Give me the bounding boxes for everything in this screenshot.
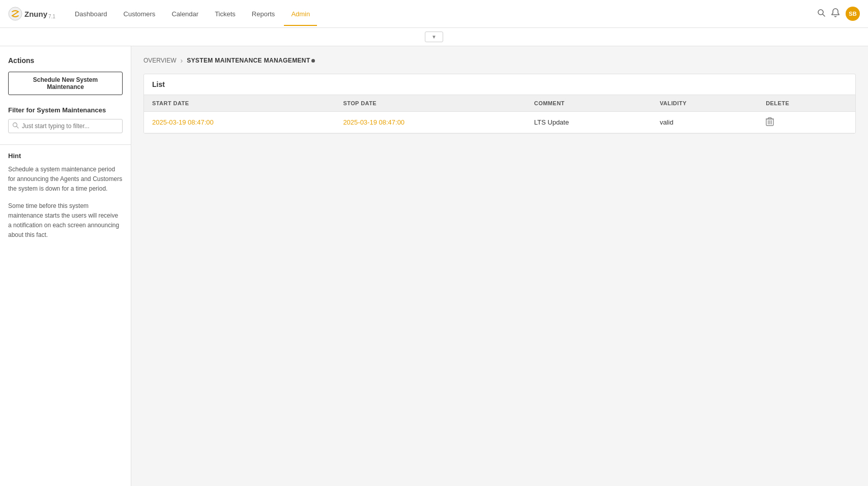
cell-delete <box>758 112 855 133</box>
breadcrumb-current: SYSTEM MAINTENANCE MANAGEMENT <box>187 57 314 64</box>
app-name: Znuny <box>24 10 47 18</box>
cell-start-date: 2025-03-19 08:47:00 <box>144 112 335 133</box>
stop-date-link[interactable]: 2025-03-19 08:47:00 <box>343 118 404 126</box>
list-card: List START DATE STOP DATE COMMENT VALIDI… <box>143 74 856 134</box>
actions-title: Actions <box>8 56 123 65</box>
app-version: 7.1 <box>48 14 55 19</box>
main-content: OVERVIEW › SYSTEM MAINTENANCE MANAGEMENT… <box>131 46 868 486</box>
table-header: START DATE STOP DATE COMMENT VALIDITY DE… <box>144 95 855 112</box>
user-avatar[interactable]: SB <box>846 7 860 21</box>
main-layout: Actions Schedule New System Maintenance … <box>0 46 868 486</box>
table-body: 2025-03-19 08:47:00 2025-03-19 08:47:00 … <box>144 112 855 133</box>
filter-input-wrap <box>8 119 123 133</box>
filter-search-icon <box>12 122 19 130</box>
nav-tickets[interactable]: Tickets <box>208 2 243 26</box>
maintenance-table: START DATE STOP DATE COMMENT VALIDITY DE… <box>144 95 855 133</box>
breadcrumb: OVERVIEW › SYSTEM MAINTENANCE MANAGEMENT <box>143 56 856 65</box>
nav-items: Dashboard Customers Calendar Tickets Rep… <box>68 2 317 26</box>
cell-stop-date: 2025-03-19 08:47:00 <box>335 112 526 133</box>
filter-input[interactable] <box>8 119 123 133</box>
cell-validity: valid <box>652 112 758 133</box>
list-card-header: List <box>144 74 855 95</box>
nav-right: SB <box>817 7 860 21</box>
table-row: 2025-03-19 08:47:00 2025-03-19 08:47:00 … <box>144 112 855 133</box>
hint-text-1: Schedule a system maintenance period for… <box>8 165 123 194</box>
sidebar-divider <box>0 144 131 145</box>
cell-comment: LTS Update <box>526 112 652 133</box>
breadcrumb-overview[interactable]: OVERVIEW <box>143 57 176 64</box>
nav-calendar[interactable]: Calendar <box>164 2 206 26</box>
table-header-row: START DATE STOP DATE COMMENT VALIDITY DE… <box>144 95 855 112</box>
col-validity: VALIDITY <box>652 95 758 112</box>
nav-reports[interactable]: Reports <box>245 2 282 26</box>
nav-dashboard[interactable]: Dashboard <box>68 2 114 26</box>
nav-admin[interactable]: Admin <box>284 2 317 26</box>
nav-customers[interactable]: Customers <box>117 2 163 26</box>
col-comment: COMMENT <box>526 95 652 112</box>
notification-icon[interactable] <box>831 8 840 19</box>
col-stop-date: STOP DATE <box>335 95 526 112</box>
delete-button[interactable] <box>766 119 774 128</box>
col-start-date: START DATE <box>144 95 335 112</box>
sidebar: Actions Schedule New System Maintenance … <box>0 46 131 486</box>
sub-nav-dropdown[interactable]: ▼ <box>425 32 443 42</box>
breadcrumb-separator: › <box>180 56 183 65</box>
col-delete: DELETE <box>758 95 855 112</box>
schedule-new-button[interactable]: Schedule New System Maintenance <box>8 72 123 95</box>
svg-line-2 <box>823 14 825 16</box>
breadcrumb-dot <box>311 59 315 63</box>
top-navigation: Znuny 7.1 Dashboard Customers Calendar T… <box>0 0 868 28</box>
hint-text-2: Some time before this system maintenance… <box>8 201 123 240</box>
search-icon[interactable] <box>817 9 825 19</box>
filter-title: Filter for System Maintenances <box>8 106 123 114</box>
logo-icon <box>8 7 22 21</box>
hint-title: Hint <box>8 152 123 160</box>
chevron-down-icon: ▼ <box>431 34 437 40</box>
start-date-link[interactable]: 2025-03-19 08:47:00 <box>152 118 214 126</box>
sub-navigation: ▼ <box>0 28 868 46</box>
app-logo[interactable]: Znuny 7.1 <box>8 7 55 21</box>
svg-line-4 <box>17 127 19 129</box>
